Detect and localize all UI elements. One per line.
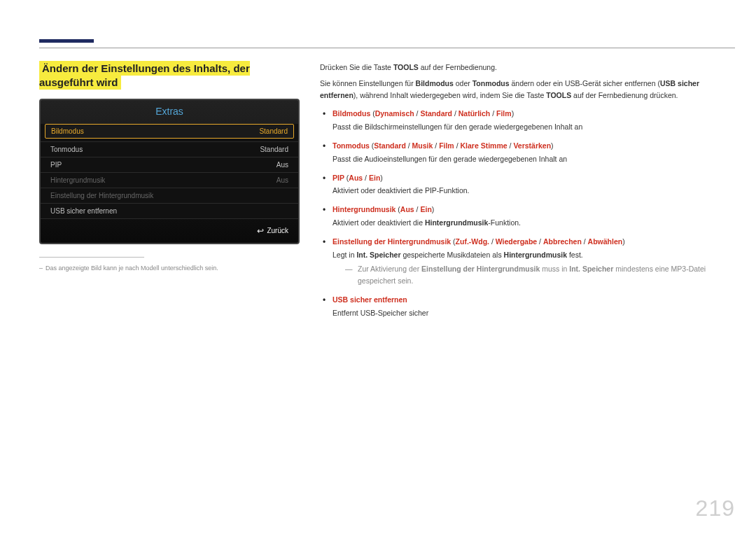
item-desc: Passt die Bildschirmeinstellungen für de… <box>332 121 735 133</box>
opt: Natürlich <box>458 109 491 118</box>
text-bold: Hintergrundmusik <box>425 218 488 227</box>
opt: Standard <box>420 109 452 118</box>
item-desc: Aktiviert oder deaktiviert die Hintergru… <box>332 217 735 229</box>
item-title: Einstellung der Hintergrundmusik <box>332 237 451 246</box>
item-desc: Legt in Int. Speicher gespeicherte Musik… <box>332 249 735 261</box>
text: gespeicherte Musikdateien als <box>400 251 503 259</box>
opt: Wiedergabe <box>496 237 537 246</box>
footnote-divider <box>39 257 144 258</box>
osd-row-label: USB sicher entfernen <box>50 207 117 215</box>
osd-row-label: Tonmodus <box>50 146 83 153</box>
item-hgm: Hintergrundmusik (Aus / Ein) Aktiviert o… <box>320 204 735 229</box>
text-bold: Hintergrundmusik <box>504 251 567 259</box>
text: Drücken Sie die Taste <box>320 63 393 71</box>
text-bold: Bildmodus <box>416 79 454 87</box>
osd-row-value: Standard <box>260 146 288 153</box>
text: Legt in <box>332 251 356 259</box>
item-title: Tonmodus <box>332 141 370 150</box>
opt: Musik <box>412 141 433 150</box>
text: Aktiviert oder deaktiviert die <box>332 218 425 227</box>
item-title: PIP <box>332 174 344 182</box>
text: Sie können Einstellungen für <box>320 79 416 87</box>
intro-line-2: Sie können Einstellungen für Bildmodus o… <box>320 78 735 101</box>
footnote-text: Das angezeigte Bild kann je nach Modell … <box>46 265 218 272</box>
item-desc: Entfernt USB-Speicher sicher <box>332 307 735 319</box>
opt: Ein <box>420 205 431 213</box>
osd-panel: Extras Bildmodus Standard Tonmodus Stand… <box>39 99 300 244</box>
text-bold: Tonmodus <box>472 79 510 87</box>
osd-row-tonmodus[interactable]: Tonmodus Standard <box>41 141 298 157</box>
osd-row-usb-entfernen[interactable]: USB sicher entfernen <box>41 203 298 218</box>
opt: Abwählen <box>588 237 623 246</box>
text: oder <box>454 79 472 87</box>
page-number: 219 <box>696 496 735 521</box>
item-usb-entfernen: USB sicher entfernen Entfernt USB-Speich… <box>320 294 735 319</box>
osd-row-pip[interactable]: PIP Aus <box>41 157 298 172</box>
opt: Aus <box>400 205 414 213</box>
osd-row-label: PIP <box>50 161 62 169</box>
opt: Ein <box>369 174 380 182</box>
osd-footer-label: Zurück <box>267 226 288 234</box>
dash-icon: – <box>39 265 43 272</box>
opt: Aus <box>349 174 363 182</box>
item-title: Bildmodus <box>332 109 370 118</box>
text: auf der Fernbedienung. <box>419 63 497 71</box>
opt: Dynamisch <box>375 109 414 118</box>
header-divider <box>39 48 735 48</box>
osd-row-label: Bildmodus <box>51 127 84 135</box>
osd-row-value: Aus <box>276 161 288 169</box>
osd-row-value: Aus <box>276 176 288 184</box>
text-bold: Int. Speicher <box>356 251 400 259</box>
item-title: Hintergrundmusik <box>332 205 396 213</box>
text: fest. <box>567 251 583 259</box>
opt: Verstärken <box>513 141 551 150</box>
osd-row-einstellung-hgm[interactable]: Einstellung der Hintergrundmusik <box>41 188 298 203</box>
item-einstellung-hgm: Einstellung der Hintergrundmusik (Zuf.-W… <box>320 236 735 287</box>
opt: Standard <box>374 141 406 150</box>
osd-row-value: Standard <box>259 127 288 135</box>
osd-row-hintergrundmusik[interactable]: Hintergrundmusik Aus <box>41 172 298 188</box>
opt: Abbrechen <box>543 237 582 246</box>
text: ändern oder ein USB-Gerät sicher entfern… <box>510 79 660 87</box>
text: Zur Aktivierung der <box>358 265 421 273</box>
text-bold: TOOLS <box>393 63 419 71</box>
header-accent <box>39 39 94 43</box>
opt: Zuf.-Wdg. <box>456 237 489 246</box>
text-bold: Int. Speicher <box>569 265 613 273</box>
opt: Film <box>439 141 454 150</box>
opt: Film <box>496 109 512 118</box>
osd-footer: Zurück <box>41 218 298 243</box>
item-desc: Passt die Audioeinstellungen für den ger… <box>332 153 735 165</box>
text: muss in <box>540 265 569 273</box>
intro-line-1: Drücken Sie die Taste TOOLS auf der Fern… <box>320 62 735 73</box>
osd-row-label: Einstellung der Hintergrundmusik <box>50 192 153 199</box>
text-bold: TOOLS <box>546 91 571 99</box>
osd-title: Extras <box>41 100 298 121</box>
footnote: –Das angezeigte Bild kann je nach Modell… <box>39 265 300 272</box>
item-title: USB sicher entfernen <box>332 295 407 304</box>
osd-body: Bildmodus Standard Tonmodus Standard PIP… <box>41 124 298 218</box>
item-bildmodus: Bildmodus (Dynamisch / Standard / Natürl… <box>320 108 735 133</box>
opt: Klare Stimme <box>460 141 507 150</box>
text: ), während Inhalt wiedergegeben wird, in… <box>354 91 546 99</box>
text-bold: Einstellung der Hintergrundmusik <box>421 265 540 273</box>
item-note: Zur Aktivierung der Einstellung der Hint… <box>345 263 735 287</box>
section-heading: Ändern der Einstellungen des Inhalts, de… <box>39 61 250 90</box>
osd-row-bildmodus[interactable]: Bildmodus Standard <box>45 124 294 139</box>
return-icon <box>257 226 267 234</box>
item-tonmodus: Tonmodus (Standard / Musik / Film / Klar… <box>320 140 735 165</box>
item-desc: Aktiviert oder deaktiviert die PIP-Funkt… <box>332 185 735 197</box>
text: auf der Fernbedienung drücken. <box>571 91 678 99</box>
osd-row-label: Hintergrundmusik <box>50 176 105 184</box>
item-pip: PIP (Aus / Ein) Aktiviert oder deaktivie… <box>320 172 735 197</box>
text: -Funktion. <box>488 218 521 227</box>
